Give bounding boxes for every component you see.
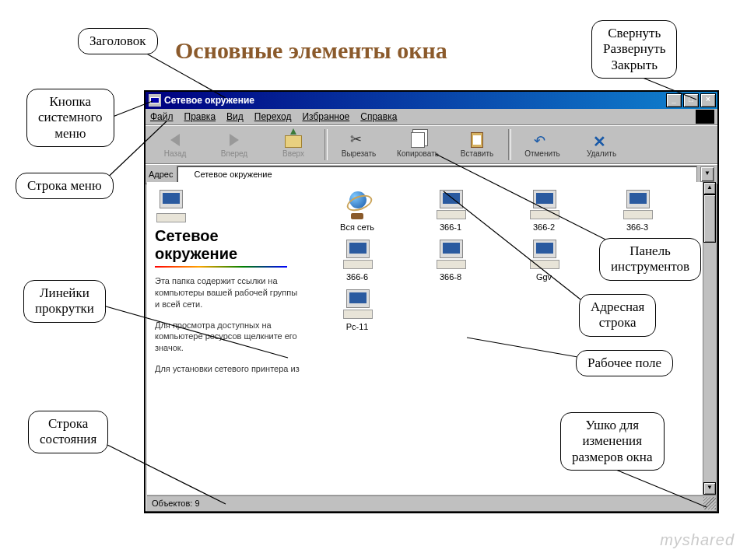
status-bar: Объектов: 9 (147, 495, 716, 510)
up-button[interactable]: Вверх (264, 128, 323, 162)
menu-view[interactable]: Вид (226, 111, 244, 122)
computer-icon (435, 240, 466, 269)
file-label: 366-6 (346, 272, 368, 282)
address-dropdown-button[interactable]: ▼ (700, 166, 714, 182)
maximize-button[interactable]: □ (683, 93, 699, 107)
computer-icon (528, 240, 559, 269)
minimize-button[interactable]: _ (666, 93, 682, 107)
close-button[interactable]: × (700, 93, 716, 107)
computer-icon (528, 190, 559, 219)
file-label: Ggv (536, 272, 552, 282)
undo-button[interactable]: ↶Отменить (513, 128, 572, 162)
file-label: 366-8 (440, 272, 461, 282)
resize-grip[interactable] (703, 497, 716, 509)
computer-icon (342, 240, 373, 269)
vertical-scrollbar[interactable]: ▲ ▼ (703, 182, 716, 495)
panel-text: Для установки сетевого принтера из (155, 363, 303, 375)
callout-toolbar: Панель инструментов (599, 238, 701, 281)
network-neighborhood-icon (155, 190, 192, 222)
callout-status: Строка состояния (28, 411, 108, 453)
menu-favorites[interactable]: Избранное (302, 111, 349, 122)
delete-button[interactable]: ✕Удалить (572, 128, 631, 162)
decorative-rule (155, 266, 287, 268)
computer-icon (342, 289, 373, 319)
globe-icon (342, 190, 373, 219)
file-icon[interactable]: Вся сеть (326, 190, 388, 232)
scroll-down-button[interactable]: ▼ (703, 482, 716, 495)
watermark: myshared (660, 531, 735, 549)
title-bar[interactable]: Сетевое окружение _ □ × (146, 92, 717, 109)
address-label: Адрес (149, 170, 174, 179)
panel-text: Эта папка содержит ссылки на компьютеры … (155, 275, 303, 310)
panel-heading: Сетевоеокружение (155, 227, 303, 263)
callout-scroll: Линейки прокрутки (23, 280, 106, 323)
file-icon[interactable]: 366-2 (513, 190, 575, 232)
callout-workarea: Рабочее поле (576, 350, 673, 376)
menu-go[interactable]: Переход (254, 111, 292, 122)
menu-edit[interactable]: Правка (184, 111, 216, 122)
file-label: Pc-11 (346, 322, 369, 331)
file-icon[interactable]: 366-6 (326, 240, 388, 282)
computer-icon (435, 190, 466, 219)
side-panel: Сетевоеокружение Эта папка содержит ссыл… (147, 182, 310, 495)
callout-winbtns: Свернуть Развернуть Закрыть (591, 20, 677, 79)
network-icon (181, 169, 191, 180)
address-field[interactable]: Сетевое окружение (177, 166, 698, 183)
toolbar-separator (324, 129, 328, 160)
file-label: 366-1 (440, 222, 461, 232)
file-label: 366-2 (533, 222, 555, 232)
scroll-up-button[interactable]: ▲ (703, 182, 716, 194)
menu-bar: Файл Правка Вид Переход Избранное Справк… (146, 109, 717, 125)
file-icon[interactable]: Ggv (513, 240, 575, 282)
file-icon[interactable]: 366-1 (419, 190, 482, 232)
copy-button[interactable]: Копировать (388, 128, 447, 162)
windows-logo-icon (696, 110, 714, 124)
file-label: Вся сеть (340, 222, 374, 232)
callout-sysmenu: Кнопка системного меню (26, 89, 114, 147)
menu-file[interactable]: Файл (150, 111, 174, 122)
cut-button[interactable]: ✂Вырезать (329, 128, 388, 162)
status-text: Объектов: 9 (152, 499, 200, 508)
callout-menubar: Строка меню (16, 173, 114, 199)
callout-address: Адресная строка (579, 294, 656, 337)
address-value: Сетевое окружение (195, 170, 272, 179)
file-label: 366-3 (626, 222, 648, 232)
system-menu-icon[interactable] (149, 94, 161, 107)
panel-text: Для просмотра доступных на компьютере ре… (155, 320, 303, 355)
file-icon[interactable]: 366-8 (419, 240, 482, 282)
toolbar-separator (508, 129, 511, 160)
slide-title: Основные элементы окна (175, 37, 447, 64)
toolbar: Назад Вперед Вверх ✂Вырезать Копировать … (146, 125, 717, 164)
file-icon[interactable]: Pc-11 (326, 289, 388, 331)
callout-title: Заголовок (78, 28, 158, 54)
callout-resize: Ушко для изменения размеров окна (560, 412, 665, 471)
forward-button[interactable]: Вперед (205, 128, 264, 162)
menu-help[interactable]: Справка (360, 111, 397, 122)
window-title: Сетевое окружение (164, 95, 665, 106)
computer-icon (622, 190, 653, 219)
scroll-thumb[interactable] (703, 194, 716, 243)
paste-button[interactable]: Вставить (447, 128, 507, 162)
file-icon[interactable]: 366-3 (606, 190, 668, 232)
back-button[interactable]: Назад (146, 128, 205, 162)
